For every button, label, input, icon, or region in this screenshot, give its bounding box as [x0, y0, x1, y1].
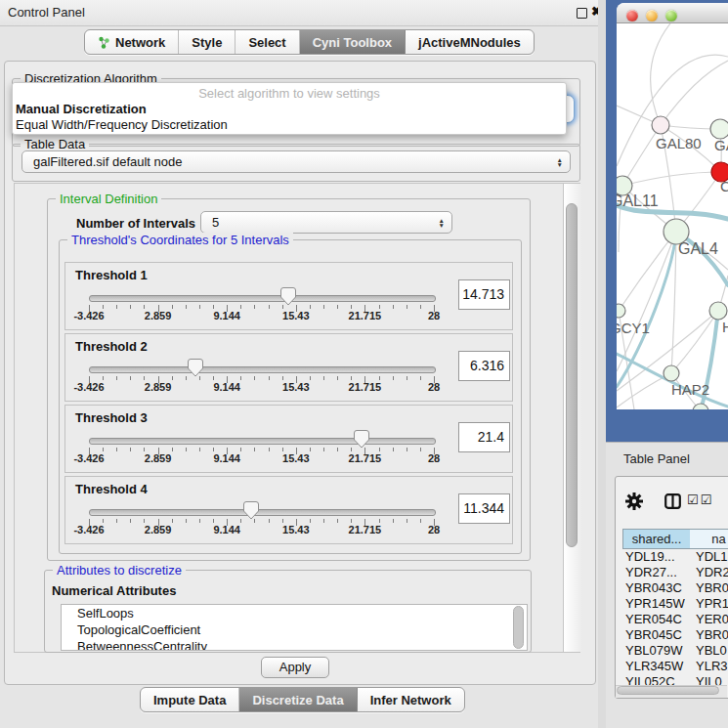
tab-impute-data[interactable]: Impute Data — [141, 688, 239, 711]
tick-label: 2.859 — [145, 310, 172, 321]
minor-tick — [144, 448, 145, 451]
thresholds-group-label: Threshold's Coordinates for 5 Intervals — [67, 233, 293, 247]
combo-arrows-icon: ▲▼ — [557, 157, 563, 167]
tab-infer-network[interactable]: Infer Network — [358, 688, 464, 711]
threshold-1-value-field[interactable]: 14.713 — [458, 279, 510, 310]
minor-tick — [420, 519, 421, 523]
minor-tick — [393, 305, 394, 309]
network-edge[interactable] — [651, 23, 670, 125]
minor-tick — [337, 376, 338, 380]
horizontal-scrollbar-thumb[interactable] — [617, 686, 719, 695]
zoom-traffic-light-icon[interactable] — [665, 10, 677, 21]
attribute-item-betweennesscentrality[interactable]: BetweennessCentrality — [62, 638, 527, 651]
attribute-item-topologicalcoefficient[interactable]: TopologicalCoefficient — [62, 621, 527, 638]
table-data-combobox[interactable]: galFiltered.sif default node ▲▼ — [21, 150, 571, 173]
control-panel-title: Control Panel — [8, 5, 85, 20]
minor-tick — [254, 376, 255, 380]
table-row[interactable]: YLR345WYLR3 — [622, 659, 728, 674]
network-node-h[interactable] — [709, 302, 727, 320]
float-window-icon[interactable] — [577, 8, 587, 19]
cell-name: YER0 — [696, 612, 728, 627]
network-node-ga[interactable] — [710, 119, 728, 139]
minor-tick — [282, 448, 283, 451]
table-row[interactable]: YDL19...YDL1 — [622, 549, 728, 565]
minor-tick — [240, 376, 241, 380]
minor-tick — [186, 448, 187, 451]
minor-tick — [199, 448, 200, 451]
tab-jactivemnodules[interactable]: jActiveMNodules — [406, 30, 534, 54]
table-row[interactable]: YDR27...YDR2 — [622, 565, 728, 580]
table-row[interactable]: YBL079WYBL0 — [622, 643, 728, 659]
threshold-3-value-field[interactable]: 21.4 — [458, 422, 510, 452]
minor-tick — [130, 519, 131, 523]
minor-tick — [103, 448, 104, 451]
tick-label: 28 — [428, 310, 440, 321]
minimize-traffic-light-icon[interactable] — [646, 10, 658, 21]
tab-cyni-toolbox[interactable]: Cyni Toolbox — [300, 30, 406, 54]
network-node-gal80[interactable] — [652, 116, 669, 134]
threshold-slider-thumb[interactable] — [243, 501, 259, 520]
table-header-shared-name[interactable]: shared... — [622, 529, 691, 549]
vertical-scrollbar-thumb[interactable] — [566, 203, 578, 547]
attribute-item-selfloops[interactable]: SelfLoops — [62, 605, 527, 621]
tab-label: Network — [115, 35, 165, 50]
threshold-3-row: Threshold 3-3.4262.8599.14415.4321.71528… — [64, 405, 513, 473]
tab-discretize-data[interactable]: Discretize Data — [239, 688, 357, 711]
node-label: GAL11 — [617, 193, 659, 209]
tick-label: -3.426 — [73, 452, 104, 464]
table-row[interactable]: YPR145WYPR1 — [622, 596, 728, 612]
tick-label: 15.43 — [282, 381, 310, 393]
column-checkbox-icons[interactable]: ☑☑ — [687, 492, 713, 507]
network-canvas[interactable]: GAL80GACGAL11GAL4GCY1HHAP2 — [617, 23, 728, 409]
threshold-label: Threshold 2 — [75, 339, 148, 354]
network-node-gcy1[interactable] — [617, 304, 625, 318]
table-header-name[interactable]: na — [690, 529, 728, 549]
threshold-slider-thumb[interactable] — [354, 430, 369, 449]
apply-button[interactable]: Apply — [261, 657, 329, 678]
table-row[interactable]: YIL052CYIL0 — [622, 674, 728, 685]
threshold-slider-track[interactable] — [89, 509, 436, 516]
tab-select[interactable]: Select — [236, 30, 299, 54]
network-edge[interactable] — [617, 232, 676, 371]
network-edge[interactable] — [622, 172, 721, 186]
threshold-label: Threshold 1 — [75, 268, 148, 282]
tab-network[interactable]: Network — [85, 30, 179, 54]
attributes-list-scrollbar-thumb[interactable] — [513, 606, 524, 649]
tick-label: 28 — [428, 452, 440, 464]
minor-tick — [172, 519, 173, 523]
threshold-slider-track[interactable] — [89, 295, 436, 302]
threshold-2-value-field[interactable]: 6.316 — [458, 351, 510, 381]
threshold-slider-track[interactable] — [89, 366, 436, 373]
table-row[interactable]: YBR045CYBR0 — [622, 627, 728, 643]
threshold-slider-thumb[interactable] — [280, 287, 296, 306]
threshold-slider-thumb[interactable] — [188, 359, 203, 377]
tab-style[interactable]: Style — [179, 30, 236, 54]
dropdown-option-equal-width-frequency[interactable]: Equal Width/Frequency Discretization — [16, 117, 228, 132]
numerical-attributes-list[interactable]: SelfLoopsTopologicalCoefficientBetweenne… — [61, 604, 528, 651]
tick-label: 15.43 — [282, 452, 310, 464]
dropdown-option-manual-discretization[interactable]: Manual Discretization — [16, 102, 147, 116]
number-of-intervals-combobox[interactable]: 5 ▲▼ — [200, 211, 452, 234]
minor-tick — [407, 519, 407, 523]
minor-tick — [269, 305, 270, 309]
network-edge[interactable] — [661, 61, 728, 125]
table-row[interactable]: YBR043CYBR0 — [622, 580, 728, 596]
close-traffic-light-icon[interactable] — [626, 10, 638, 21]
column-split-icon[interactable] — [664, 493, 681, 509]
network-window-titlebar[interactable] — [617, 3, 728, 23]
tab-label: Discretize Data — [252, 693, 343, 707]
minor-tick — [240, 519, 241, 523]
minor-tick — [213, 305, 214, 309]
network-node-hap2[interactable] — [664, 365, 679, 381]
minor-tick — [310, 305, 311, 309]
threshold-4-value-field[interactable]: 11.344 — [458, 493, 510, 524]
tick-label: -3.426 — [73, 381, 104, 393]
minor-tick — [407, 305, 407, 309]
minor-tick — [379, 305, 380, 309]
cell-name: YBR0 — [696, 627, 728, 643]
table-row[interactable]: YER054CYER0 — [622, 612, 728, 627]
app-root: Control Panel ✖ NetworkStyleSelectCyni T… — [0, 0, 728, 728]
settings-gear-icon[interactable] — [625, 492, 643, 510]
minor-tick — [240, 448, 241, 451]
threshold-slider-track[interactable] — [89, 438, 436, 445]
